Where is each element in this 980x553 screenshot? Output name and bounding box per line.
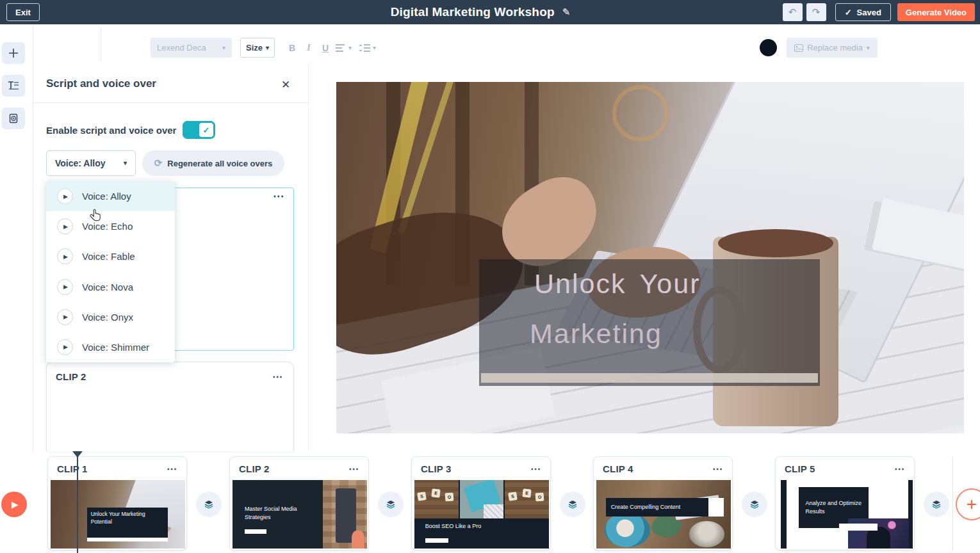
font-size-select[interactable]: Size ▾ [240,38,275,58]
caption-overlay[interactable]: Unlock Your Marketing [479,259,820,386]
voice-option-echo[interactable]: ▶ Voice: Echo [46,211,175,241]
clip2-script-card[interactable]: CLIP 2 ⋯ [46,362,294,451]
voice-option-label: Voice: Onyx [82,312,133,323]
play-voice-icon[interactable]: ▶ [57,218,73,234]
transition-button[interactable] [378,492,404,517]
clip-thumbnail[interactable]: S E O S E O Boost SEO Like a Pro [414,480,549,549]
panel-divider [308,64,309,451]
play-voice-icon[interactable]: ▶ [57,309,73,325]
clip-thumbnail[interactable]: Create Compelling Content [596,480,731,549]
add-clip-button[interactable]: + [956,488,980,520]
undo-button[interactable]: ↶ [783,3,803,21]
timeline-clip-card-1[interactable]: CLIP 1 ⋯ Unlock Your Marketing Potential [47,456,187,550]
add-element-button[interactable] [2,42,25,64]
text-icon [8,81,19,91]
italic-button[interactable]: I [301,40,316,56]
voice-select-value: Voice: Alloy [55,158,106,168]
text-tool-button[interactable] [2,75,25,97]
play-voice-icon[interactable]: ▶ [57,279,73,295]
play-voice-icon[interactable]: ▶ [57,339,73,355]
generate-video-button[interactable]: Generate Video [897,3,975,21]
chevron-down-icon: ▾ [222,45,225,51]
clip-menu-button[interactable]: ⋯ [712,463,723,475]
voice-option-fable[interactable]: ▶ Voice: Fable [46,241,175,271]
rail-divider [33,24,33,451]
clip-menu-button[interactable]: ⋯ [348,463,359,475]
voice-option-label: Voice: Shimmer [82,342,149,353]
playhead[interactable] [77,451,78,553]
clip-title: CLIP 5 [785,463,815,474]
exit-button[interactable]: Exit [6,3,40,21]
toolbar-separator [101,28,101,61]
preview-canvas[interactable]: Unlock Your Marketing [336,82,964,433]
clip-menu-button[interactable]: ⋯ [273,189,284,203]
clip-menu-button[interactable]: ⋯ [530,463,541,475]
play-button[interactable]: ▶ [1,492,27,517]
font-family-select[interactable]: Lexend Deca ▾ [151,38,232,58]
clip-thumbnail[interactable]: Unlock Your Marketing Potential [51,480,185,549]
chevron-down-icon: ▾ [867,45,870,51]
close-panel-button[interactable]: ✕ [278,77,293,92]
text-align-select[interactable]: ▾ [336,40,352,56]
text-color-swatch[interactable] [760,39,777,56]
photo-decoration: S E O [505,480,549,518]
clip-title: CLIP 1 [57,463,88,474]
voice-option-alloy[interactable]: ▶ Voice: Alloy [46,181,175,211]
line-spacing-select[interactable]: ▾ [359,40,376,56]
voice-select[interactable]: Voice: Alloy ▾ [46,150,136,176]
top-actions: ↶ ↷ ✓ Saved Generate Video [783,3,975,21]
refresh-icon: ⟳ [154,157,163,169]
voice-option-label: Voice: Nova [82,282,133,293]
voice-option-onyx[interactable]: ▶ Voice: Onyx [46,302,175,332]
clip-thumbnail[interactable]: Analyze and Optimize Results [778,480,913,549]
panel-title: Script and voice over [46,77,156,90]
photo-decoration [689,521,724,547]
clip-menu-button[interactable]: ⋯ [894,463,905,475]
media-tool-button[interactable] [2,108,25,129]
photo-decoration [460,480,504,518]
timeline-clip-card-4[interactable]: CLIP 4 ⋯ Create Compelling Content [593,456,733,550]
clip-thumbnail[interactable]: Master Social Media Strategies [233,480,367,549]
voice-option-shimmer[interactable]: ▶ Voice: Shimmer [46,332,175,362]
clip-title: CLIP 4 [603,463,633,474]
thumbnail-caption: Master Social Media Strategies [245,505,319,522]
play-voice-icon[interactable]: ▶ [57,188,73,204]
transition-button[interactable] [742,492,767,517]
timeline-clip-card-2[interactable]: CLIP 2 ⋯ Master Social Media Strategies [229,456,369,550]
plus-icon: + [967,494,977,515]
clip-menu-button[interactable]: ⋯ [272,371,283,383]
clip-title: CLIP 2 [239,463,270,474]
photo-decoration [781,480,786,549]
page-title: Digital Marketing Workshop [391,5,555,19]
underline-button[interactable]: U [318,40,333,56]
saved-button[interactable]: ✓ Saved [835,3,891,21]
transition-button[interactable] [560,492,585,517]
voiceover-toggle[interactable]: ✓ [183,121,215,139]
toggle-knob: ✓ [199,122,214,138]
caption-underline-bar [245,529,266,534]
photo-decoration [323,480,367,549]
play-voice-icon[interactable]: ▶ [57,248,73,264]
clip-menu-button[interactable]: ⋯ [167,463,177,475]
voice-option-nova[interactable]: ▶ Voice: Nova [46,272,175,302]
timeline-clip-card-5[interactable]: CLIP 5 ⋯ Analyze and Optimize Results [775,456,915,550]
line-spacing-icon [359,44,370,52]
layers-icon [567,499,578,510]
thumbnail-caption: Boost SEO Like a Pro [425,523,482,529]
regenerate-voiceovers-button[interactable]: ⟳ Regenerate all voice overs [142,150,284,176]
replace-media-button[interactable]: Replace media ▾ [787,38,878,58]
thumbnail-caption: Create Compelling Content [606,498,724,517]
caption-underline-bar [481,373,818,383]
plus-icon [8,48,19,58]
close-icon: ✕ [281,78,290,92]
transition-button[interactable] [196,492,222,517]
redo-button[interactable]: ↷ [806,3,826,21]
photo-decoration: S E O [414,480,459,518]
photo-decoration [352,531,364,549]
bold-button[interactable]: B [284,40,300,56]
caption-line: Unlock Your [534,268,701,300]
pencil-icon[interactable]: ✎ [562,6,571,18]
transition-button[interactable] [924,492,949,517]
timeline-clip-card-3[interactable]: CLIP 3 ⋯ S E O S E O Boost SEO Like a Pr… [411,456,551,550]
image-icon [794,44,803,52]
